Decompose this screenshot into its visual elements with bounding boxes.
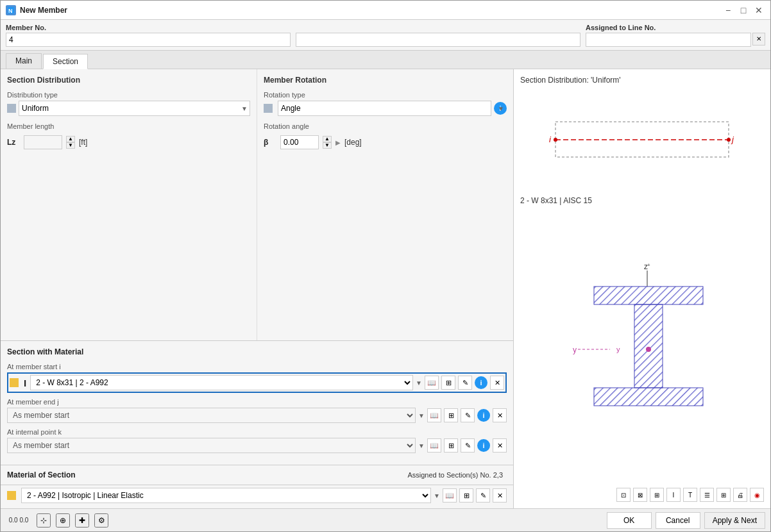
rotation-angle-label: Rotation angle <box>264 122 507 130</box>
svg-text:y: y <box>616 345 620 353</box>
beta-stepper: ▲ ▼ <box>323 136 332 149</box>
right-panel-title: Section Distribution: 'Uniform' <box>520 76 764 85</box>
internal-info-button[interactable]: i <box>477 439 490 452</box>
start-book-button[interactable]: 📖 <box>425 376 439 390</box>
section-distribution-title: Section Distribution <box>7 76 250 85</box>
bottom-icon-2[interactable]: ⊕ <box>56 513 70 528</box>
lz-stepper: ▲ ▼ <box>66 136 75 149</box>
lz-label: Lz <box>7 138 20 147</box>
member-no-input[interactable] <box>6 33 291 47</box>
material-edit-button[interactable]: ✎ <box>476 488 490 503</box>
right-icon-5[interactable]: T <box>683 488 697 502</box>
beta-input[interactable] <box>280 135 319 149</box>
bottom-left-icons: 0.0 0.0 ⊹ ⊕ ✚ ⚙ <box>6 513 108 528</box>
beta-up-button[interactable]: ▲ <box>323 136 332 142</box>
minimize-button[interactable]: − <box>722 4 734 17</box>
svg-rect-15 <box>634 304 663 388</box>
lz-down-button[interactable]: ▼ <box>66 142 75 149</box>
rotation-info-button[interactable]: i <box>494 102 507 115</box>
rotation-color-indicator <box>264 104 273 113</box>
coords-label: 0.0 0.0 <box>6 513 31 528</box>
end-delete-button[interactable]: ✕ <box>493 408 507 422</box>
member-length-label: Member length <box>7 122 250 130</box>
member-end-select[interactable]: As member start <box>7 408 416 423</box>
start-info-button[interactable]: i <box>475 376 487 389</box>
right-icon-color[interactable]: ◉ <box>750 488 764 502</box>
internal-copy-button[interactable]: ⊞ <box>444 438 458 453</box>
right-panel: Section Distribution: 'Uniform' i j <box>514 69 770 508</box>
close-button[interactable]: ✕ <box>752 4 765 17</box>
right-panel-icon-bar: ⊡ ⊠ ⊞ Ι T ☰ ⊞ 🖨 ◉ <box>520 488 764 502</box>
right-icon-print[interactable]: 🖨 <box>733 488 747 502</box>
window-title: New Member <box>20 6 718 15</box>
right-icon-1[interactable]: ⊡ <box>616 488 631 502</box>
lz-unit: [ft] <box>79 138 87 147</box>
member-start-select[interactable]: 2 - W 8x31 | 2 - A992 <box>30 375 413 390</box>
internal-point-label: At internal point k <box>7 428 507 436</box>
middle-group <box>296 24 580 47</box>
assigned-section-label: Assigned to Section(s) No. 2,3 <box>407 471 503 479</box>
bottom-icon-4[interactable]: ⚙ <box>94 513 108 528</box>
middle-input[interactable] <box>296 33 580 47</box>
cancel-button[interactable]: Cancel <box>656 512 700 529</box>
assigned-input[interactable] <box>586 33 751 47</box>
lz-up-button[interactable]: ▲ <box>66 136 75 142</box>
member-length-row: Lz ▲ ▼ [ft] <box>7 135 250 149</box>
end-edit-button[interactable]: ✎ <box>461 408 475 422</box>
internal-point-select[interactable]: As member start <box>7 438 416 453</box>
start-copy-button[interactable]: ⊞ <box>441 376 455 390</box>
beta-arrow: ▶ <box>335 139 341 146</box>
window-controls: − □ ✕ <box>722 4 765 17</box>
material-select[interactable]: 2 - A992 | Isotropic | Linear Elastic <box>21 488 431 503</box>
main-window: N New Member − □ ✕ Member No. Assigned t… <box>0 0 771 532</box>
bottom-icon-3[interactable]: ✚ <box>75 513 89 528</box>
tab-section[interactable]: Section <box>43 54 88 69</box>
material-book-button[interactable]: 📖 <box>443 488 457 503</box>
svg-rect-14 <box>594 287 703 304</box>
end-select-arrow: ▼ <box>418 412 425 419</box>
beta-down-button[interactable]: ▼ <box>323 142 332 149</box>
svg-text:j: j <box>731 135 734 144</box>
member-start-content: Ι 2 - W 8x31 | 2 - A992 ▼ 📖 ⊞ ✎ i ✕ <box>7 372 507 393</box>
right-icon-4[interactable]: Ι <box>666 488 681 502</box>
beta-label: β <box>264 138 276 147</box>
lz-input[interactable] <box>24 135 62 149</box>
start-edit-button[interactable]: ✎ <box>458 376 472 390</box>
section-shape: z + y <box>520 209 764 485</box>
tabs-bar: Main Section <box>1 51 770 69</box>
distribution-type-label: Distribution type <box>7 91 250 99</box>
right-icon-6[interactable]: ☰ <box>700 488 714 502</box>
rotation-type-select[interactable]: Angle <box>278 101 491 116</box>
beta-unit: [deg] <box>344 138 362 147</box>
left-top-columns: Section Distribution Distribution type U… <box>1 69 513 340</box>
material-delete-button[interactable]: ✕ <box>493 488 507 503</box>
start-select-arrow: ▼ <box>416 379 422 387</box>
end-book-button[interactable]: 📖 <box>427 408 441 422</box>
end-copy-button[interactable]: ⊞ <box>444 408 458 422</box>
tab-main[interactable]: Main <box>6 53 42 69</box>
member-rotation-panel: Member Rotation Rotation type Angle ▼ i … <box>257 69 513 340</box>
svg-text:i: i <box>549 135 552 144</box>
right-icon-3[interactable]: ⊞ <box>650 488 664 502</box>
internal-book-button[interactable]: 📖 <box>427 438 441 453</box>
titlebar: N New Member − □ ✕ <box>1 1 770 20</box>
distribution-type-select[interactable]: Uniform <box>19 101 250 116</box>
member-no-label: Member No. <box>6 24 291 31</box>
internal-delete-button[interactable]: ✕ <box>493 438 507 453</box>
material-copy-button[interactable]: ⊞ <box>459 488 473 503</box>
internal-edit-button[interactable]: ✎ <box>461 438 475 453</box>
svg-rect-16 <box>594 388 703 406</box>
end-info-button[interactable]: i <box>477 409 490 422</box>
svg-text:N: N <box>8 8 13 14</box>
start-delete-button[interactable]: ✕ <box>490 376 504 390</box>
main-content: Section Distribution Distribution type U… <box>1 69 770 508</box>
internal-point-row: At internal point k As member start ▼ 📖 … <box>7 428 507 453</box>
bottom-icon-1[interactable]: ⊹ <box>37 513 51 528</box>
assigned-picker-button[interactable]: ✕ <box>752 33 765 46</box>
ok-button[interactable]: OK <box>607 512 652 529</box>
section-distribution-panel: Section Distribution Distribution type U… <box>1 69 257 340</box>
maximize-button[interactable]: □ <box>737 4 750 17</box>
right-icon-2[interactable]: ⊠ <box>633 488 647 502</box>
right-icon-7[interactable]: ⊞ <box>716 488 731 502</box>
apply-next-button[interactable]: Apply & Next <box>704 512 765 529</box>
